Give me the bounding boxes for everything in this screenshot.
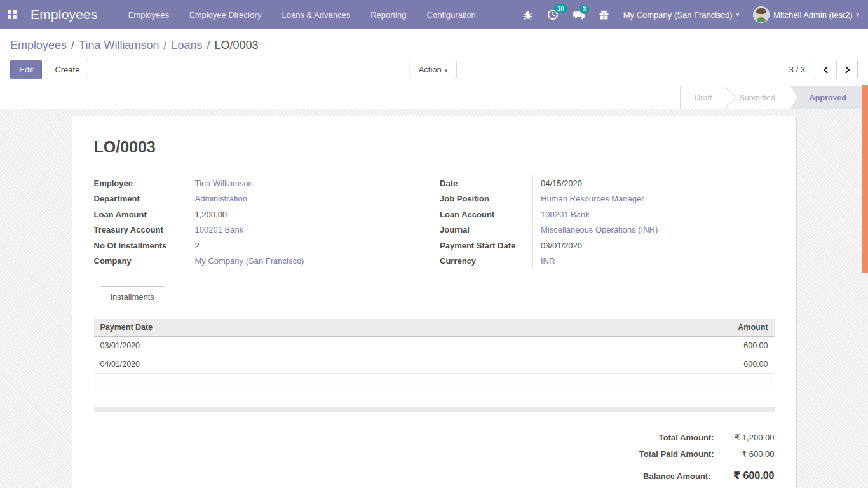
activity-count-badge: 10 <box>554 4 567 13</box>
menu-reporting[interactable]: Reporting <box>370 10 406 20</box>
table-footer-strip <box>94 407 775 412</box>
field-loan-amount: Loan Amount 1,200.00 <box>94 207 429 222</box>
chevron-down-icon: ▾ <box>445 67 448 74</box>
field-value: 03/01/2020 <box>533 241 582 250</box>
total-amount-label: Total Amount: <box>659 433 714 442</box>
table-row[interactable]: 04/01/2020 600.00 <box>94 355 775 373</box>
table-empty-row <box>94 373 775 391</box>
field-treasury-account: Treasury Account 100201 Bank <box>94 222 429 238</box>
statusbar: Draft Submitted Approved <box>0 86 868 109</box>
field-value: 04/15/2020 <box>533 179 582 188</box>
balance-amount-label: Balance Amount: <box>643 471 710 481</box>
record-title: LO/0003 <box>94 138 775 156</box>
field-label: Department <box>94 191 187 207</box>
field-label: Loan Account <box>440 207 533 222</box>
user-menu[interactable]: Mitchell Admin (test2) ▾ <box>753 6 859 23</box>
gift-icon[interactable] <box>599 10 609 20</box>
form-view: LO/0003 Employee Tina Williamson Departm… <box>0 109 868 488</box>
activity-clock-icon[interactable]: 10 <box>547 9 559 20</box>
action-dropdown-button[interactable]: Action▾ <box>410 60 457 79</box>
create-button[interactable]: Create <box>46 60 88 79</box>
menu-loans-advances[interactable]: Loans & Advances <box>281 10 350 20</box>
total-paid-amount-value: ₹ 600.00 <box>714 449 775 459</box>
field-value-link[interactable]: My Company (San Francisco) <box>187 256 304 266</box>
column-header-payment-date[interactable]: Payment Date <box>94 319 461 336</box>
cell-payment-date: 04/01/2020 <box>94 355 461 373</box>
field-label: Currency <box>440 254 533 269</box>
messages-icon[interactable]: 3 <box>573 10 585 20</box>
field-label: Employee <box>94 175 187 191</box>
field-payment-start-date: Payment Start Date 03/01/2020 <box>440 238 775 254</box>
app-title[interactable]: Employees <box>31 7 98 22</box>
field-value: 2 <box>187 241 200 250</box>
field-value-link[interactable]: Miscellaneous Operations (INR) <box>533 225 658 234</box>
field-value-link[interactable]: Administration <box>187 194 247 203</box>
field-company: Company My Company (San Francisco) <box>94 254 429 269</box>
balance-amount-row: Balance Amount: ₹ 600.00 <box>643 466 774 482</box>
field-value-link[interactable]: 100201 Bank <box>533 210 590 219</box>
menu-configuration[interactable]: Configuration <box>427 10 476 20</box>
column-header-amount[interactable]: Amount <box>461 319 775 336</box>
navbar-right: 10 3 My Company (San Francisco) ▾ Mitche… <box>522 6 859 23</box>
field-column-left: Employee Tina Williamson Department Admi… <box>94 175 429 269</box>
field-employee: Employee Tina Williamson <box>94 175 429 191</box>
cell-amount: 600.00 <box>461 336 775 355</box>
company-switcher[interactable]: My Company (San Francisco) ▾ <box>623 10 739 20</box>
pager-next-button[interactable] <box>836 60 857 79</box>
breadcrumb-separator: / <box>163 39 166 51</box>
bug-icon[interactable] <box>522 10 533 20</box>
vertical-scrollbar-thumb[interactable] <box>862 85 868 273</box>
table-row[interactable]: 03/01/2020 600.00 <box>94 336 775 355</box>
notebook-tabs: Installments <box>94 286 775 308</box>
field-label: Job Position <box>440 191 533 207</box>
field-label: Loan Amount <box>94 207 187 222</box>
top-navbar: Employees Employees Employee Directory L… <box>0 0 868 29</box>
breadcrumb-employees[interactable]: Employees <box>10 39 67 51</box>
control-panel: Employees/Tina Williamson/Loans/LO/0003 … <box>0 29 868 86</box>
user-name: Mitchell Admin (test2) <box>773 10 852 20</box>
field-label: Treasury Account <box>94 222 187 238</box>
menu-employees[interactable]: Employees <box>128 10 169 20</box>
field-value: 1,200.00 <box>187 210 227 219</box>
message-count-badge: 3 <box>580 5 590 13</box>
breadcrumb: Employees/Tina Williamson/Loans/LO/0003 <box>10 37 858 53</box>
breadcrumb-separator: / <box>207 39 210 51</box>
balance-amount-value: ₹ 600.00 <box>711 466 775 482</box>
vertical-scrollbar-track[interactable] <box>862 84 868 488</box>
field-value-link[interactable]: INR <box>533 256 555 266</box>
user-avatar <box>753 6 770 23</box>
form-sheet: LO/0003 Employee Tina Williamson Departm… <box>72 116 797 488</box>
chevron-left-icon <box>823 66 830 73</box>
field-job-position: Job Position Human Resources Manager <box>440 191 775 207</box>
field-value-link[interactable]: Tina Williamson <box>187 179 253 188</box>
total-paid-amount-row: Total Paid Amount: ₹ 600.00 <box>639 449 775 459</box>
field-value-link[interactable]: 100201 Bank <box>187 225 244 234</box>
total-paid-amount-label: Total Paid Amount: <box>639 449 714 459</box>
field-label: Date <box>440 175 533 191</box>
pager: 3 / 3 <box>789 60 858 79</box>
field-department: Department Administration <box>94 191 429 207</box>
breadcrumb-loans[interactable]: Loans <box>171 39 202 51</box>
menu-employee-directory[interactable]: Employee Directory <box>189 10 261 20</box>
field-journal: Journal Miscellaneous Operations (INR) <box>440 222 775 238</box>
breadcrumb-separator: / <box>71 39 74 51</box>
apps-menu-icon[interactable] <box>8 10 17 19</box>
edit-button[interactable]: Edit <box>10 60 42 79</box>
status-step-approved[interactable]: Approved <box>790 86 862 109</box>
cell-payment-date: 03/01/2020 <box>94 336 461 355</box>
breadcrumb-tina-williamson[interactable]: Tina Williamson <box>79 39 159 51</box>
field-label: No Of Installments <box>94 238 187 254</box>
control-panel-buttons: Edit Create Action▾ 3 / 3 <box>10 60 858 79</box>
breadcrumb-current: LO/0003 <box>215 39 259 51</box>
field-loan-account: Loan Account 100201 Bank <box>440 207 775 222</box>
field-value-link[interactable]: Human Resources Manager <box>533 194 644 203</box>
tab-installments[interactable]: Installments <box>100 286 165 308</box>
field-no-of-installments: No Of Installments 2 <box>94 238 429 254</box>
company-name: My Company (San Francisco) <box>623 10 733 20</box>
nav-menus: Employees Employee Directory Loans & Adv… <box>128 10 476 20</box>
installments-table: Payment Date Amount 03/01/2020 600.00 04… <box>94 319 775 391</box>
field-column-right: Date 04/15/2020 Job Position Human Resou… <box>440 175 775 269</box>
chevron-down-icon: ▾ <box>736 11 740 18</box>
pager-previous-button[interactable] <box>815 60 836 79</box>
field-label: Company <box>94 254 187 269</box>
